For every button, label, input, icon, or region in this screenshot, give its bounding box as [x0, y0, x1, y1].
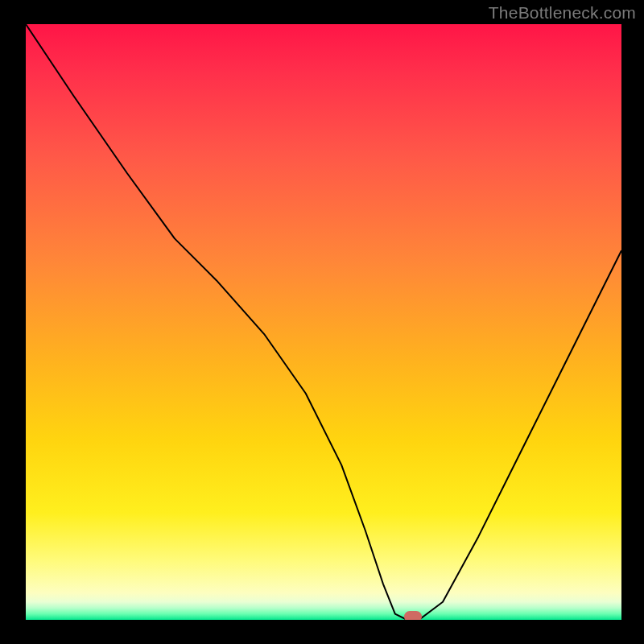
plot-area: [26, 24, 621, 620]
optimal-marker: [404, 611, 422, 620]
curve-path: [26, 24, 621, 620]
watermark-text: TheBottleneck.com: [489, 3, 636, 23]
chart-frame: TheBottleneck.com: [0, 0, 644, 644]
bottleneck-curve: [26, 24, 621, 620]
